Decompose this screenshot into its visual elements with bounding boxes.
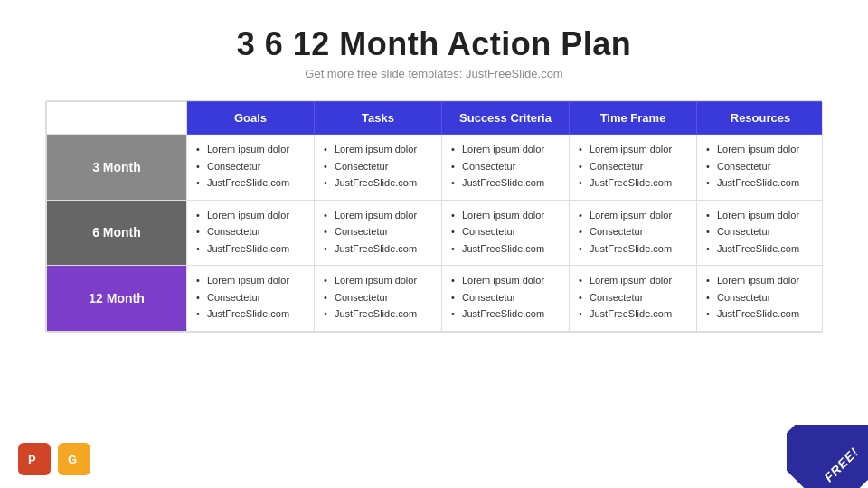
list-item: JustFreeSlide.com bbox=[196, 241, 305, 257]
list-item: Consectetur bbox=[706, 159, 815, 174]
list-item: Consectetur bbox=[196, 224, 305, 239]
cell-12m-success: Lorem ipsum dolor Consectetur JustFreeSl… bbox=[442, 266, 570, 332]
table-row: 3 Month Lorem ipsum dolor Consectetur Ju… bbox=[47, 135, 824, 201]
row-label-12month: 12 Month bbox=[47, 266, 187, 332]
list-item: Consectetur bbox=[451, 290, 560, 305]
google-slides-icon[interactable]: G bbox=[58, 443, 90, 475]
list-item: JustFreeSlide.com bbox=[451, 175, 560, 191]
cell-6m-resources: Lorem ipsum dolor Consectetur JustFreeSl… bbox=[697, 200, 824, 266]
list-item: JustFreeSlide.com bbox=[196, 306, 305, 322]
table-row: 6 Month Lorem ipsum dolor Consectetur Ju… bbox=[47, 200, 824, 266]
list-item: Consectetur bbox=[579, 290, 687, 305]
action-plan-table: Goals Tasks Success Criteria Time Frame … bbox=[45, 100, 823, 333]
svg-text:P: P bbox=[28, 453, 36, 466]
list-item: Consectetur bbox=[579, 159, 687, 174]
list-item: JustFreeSlide.com bbox=[706, 175, 815, 191]
header-goals: Goals bbox=[187, 102, 315, 135]
list-item: JustFreeSlide.com bbox=[579, 175, 687, 191]
cell-3m-goals: Lorem ipsum dolor Consectetur JustFreeSl… bbox=[187, 135, 315, 201]
list-item: Lorem ipsum dolor bbox=[196, 273, 305, 288]
list-item: JustFreeSlide.com bbox=[324, 241, 432, 257]
list-item: Lorem ipsum dolor bbox=[579, 142, 687, 157]
list-item: Consectetur bbox=[196, 290, 305, 305]
list-item: JustFreeSlide.com bbox=[451, 241, 560, 257]
cell-6m-success: Lorem ipsum dolor Consectetur JustFreeSl… bbox=[442, 200, 570, 266]
subtitle: Get more free slide templates: JustFreeS… bbox=[237, 67, 632, 80]
list-item: Consectetur bbox=[706, 224, 815, 239]
row-label-6month: 6 Month bbox=[47, 200, 187, 266]
list-item: Consectetur bbox=[451, 159, 560, 174]
cell-3m-timeframe: Lorem ipsum dolor Consectetur JustFreeSl… bbox=[570, 135, 697, 201]
list-item: Lorem ipsum dolor bbox=[451, 208, 560, 223]
list-item: Consectetur bbox=[196, 159, 305, 174]
free-badge: FREE! bbox=[787, 425, 868, 488]
cell-3m-tasks: Lorem ipsum dolor Consectetur JustFreeSl… bbox=[315, 135, 442, 201]
cell-6m-goals: Lorem ipsum dolor Consectetur JustFreeSl… bbox=[187, 200, 315, 266]
svg-text:G: G bbox=[68, 453, 77, 466]
header-empty bbox=[47, 102, 187, 135]
cell-12m-tasks: Lorem ipsum dolor Consectetur JustFreeSl… bbox=[315, 266, 442, 332]
list-item: Lorem ipsum dolor bbox=[579, 273, 687, 288]
list-item: Lorem ipsum dolor bbox=[324, 273, 432, 288]
list-item: JustFreeSlide.com bbox=[706, 306, 815, 322]
list-item: Lorem ipsum dolor bbox=[196, 208, 305, 223]
list-item: JustFreeSlide.com bbox=[579, 241, 687, 257]
bottom-icons: P G bbox=[18, 443, 90, 475]
list-item: Lorem ipsum dolor bbox=[196, 142, 305, 157]
table-row: 12 Month Lorem ipsum dolor Consectetur J… bbox=[47, 266, 824, 332]
row-label-3month: 3 Month bbox=[47, 135, 187, 201]
list-item: Consectetur bbox=[324, 159, 432, 174]
list-item: JustFreeSlide.com bbox=[706, 241, 815, 257]
list-item: JustFreeSlide.com bbox=[324, 175, 432, 191]
cell-12m-goals: Lorem ipsum dolor Consectetur JustFreeSl… bbox=[187, 266, 315, 332]
cell-12m-resources: Lorem ipsum dolor Consectetur JustFreeSl… bbox=[697, 266, 824, 332]
list-item: Lorem ipsum dolor bbox=[706, 273, 815, 288]
main-title: 3 6 12 Month Action Plan bbox=[237, 25, 632, 63]
list-item: Lorem ipsum dolor bbox=[579, 208, 687, 223]
table-header: Goals Tasks Success Criteria Time Frame … bbox=[47, 102, 824, 135]
header-resources: Resources bbox=[697, 102, 824, 135]
slide: 3 6 12 Month Action Plan Get more free s… bbox=[0, 0, 868, 488]
list-item: Lorem ipsum dolor bbox=[324, 142, 432, 157]
list-item: Lorem ipsum dolor bbox=[706, 208, 815, 223]
list-item: Consectetur bbox=[324, 290, 432, 305]
cell-12m-timeframe: Lorem ipsum dolor Consectetur JustFreeSl… bbox=[570, 266, 697, 332]
list-item: Consectetur bbox=[451, 224, 560, 239]
cell-6m-tasks: Lorem ipsum dolor Consectetur JustFreeSl… bbox=[315, 200, 442, 266]
header-time-frame: Time Frame bbox=[570, 102, 697, 135]
list-item: Consectetur bbox=[706, 290, 815, 305]
header: 3 6 12 Month Action Plan Get more free s… bbox=[237, 0, 632, 80]
list-item: Lorem ipsum dolor bbox=[324, 208, 432, 223]
table-body: 3 Month Lorem ipsum dolor Consectetur Ju… bbox=[47, 135, 824, 332]
list-item: JustFreeSlide.com bbox=[324, 306, 432, 322]
list-item: Consectetur bbox=[579, 224, 687, 239]
header-tasks: Tasks bbox=[315, 102, 442, 135]
list-item: Lorem ipsum dolor bbox=[451, 142, 560, 157]
powerpoint-icon[interactable]: P bbox=[18, 443, 51, 475]
list-item: JustFreeSlide.com bbox=[451, 306, 560, 322]
header-success-criteria: Success Criteria bbox=[442, 102, 570, 135]
list-item: Lorem ipsum dolor bbox=[451, 273, 560, 288]
list-item: Consectetur bbox=[324, 224, 432, 239]
cell-6m-timeframe: Lorem ipsum dolor Consectetur JustFreeSl… bbox=[570, 200, 697, 266]
list-item: JustFreeSlide.com bbox=[196, 175, 305, 191]
cell-3m-success: Lorem ipsum dolor Consectetur JustFreeSl… bbox=[442, 135, 570, 201]
list-item: JustFreeSlide.com bbox=[579, 306, 687, 322]
list-item: Lorem ipsum dolor bbox=[706, 142, 815, 157]
cell-3m-resources: Lorem ipsum dolor Consectetur JustFreeSl… bbox=[697, 135, 824, 201]
